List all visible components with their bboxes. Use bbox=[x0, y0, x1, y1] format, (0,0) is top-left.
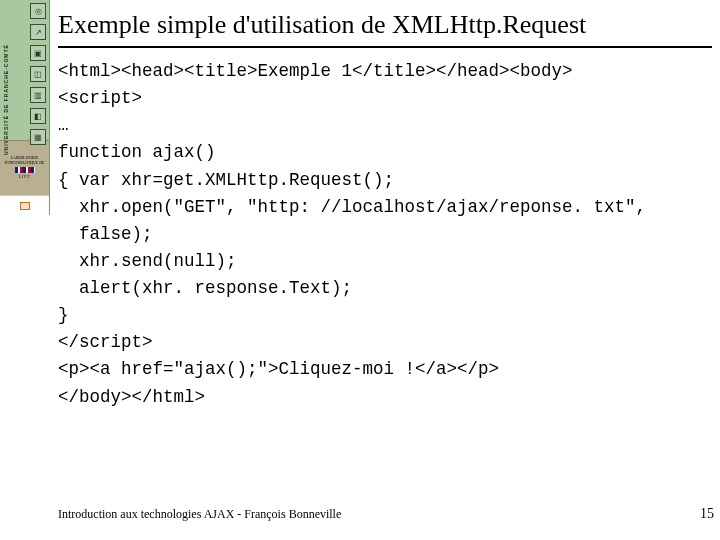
code-line: alert(xhr. response.Text); bbox=[58, 278, 352, 298]
flag-stripes-icon bbox=[15, 167, 35, 173]
sidebar-icon: ▦ bbox=[30, 129, 46, 145]
code-line: <html><head><title>Exemple 1</title></he… bbox=[58, 61, 573, 81]
sidebar-top: UNIVERSITÉ DE FRANCHE-COMTÉ ◎ ↗ ▣ ◫ ▥ ◧ … bbox=[0, 0, 49, 140]
lab-logo-text: LABORATOIRE D'INFORMATIQUE DE bbox=[2, 156, 47, 166]
sidebar-icon: ▣ bbox=[30, 45, 46, 61]
sidebar-icon-stack: ◎ ↗ ▣ ◫ ▥ ◧ ▦ bbox=[30, 3, 46, 145]
slide-title: Exemple simple d'utilisation de XMLHttp.… bbox=[58, 10, 712, 40]
code-block: <html><head><title>Exemple 1</title></he… bbox=[58, 58, 712, 411]
sidebar: UNIVERSITÉ DE FRANCHE-COMTÉ ◎ ↗ ▣ ◫ ▥ ◧ … bbox=[0, 0, 50, 215]
code-line: { var xhr=get.XMLHttp.Request(); bbox=[58, 170, 394, 190]
code-line: xhr.send(null); bbox=[58, 251, 237, 271]
sidebar-footer bbox=[0, 195, 49, 215]
code-line: xhr.open("GET", "http: //localhost/ajax/… bbox=[58, 197, 646, 217]
code-line: } bbox=[58, 305, 69, 325]
slide-content: Exemple simple d'utilisation de XMLHttp.… bbox=[58, 10, 712, 411]
code-line: … bbox=[58, 115, 69, 135]
code-line: <p><a href="ajax();">Cliquez-moi !</a></… bbox=[58, 359, 499, 379]
code-line: <script> bbox=[58, 88, 142, 108]
footer-text: Introduction aux technologies AJAX - Fra… bbox=[58, 507, 341, 522]
sidebar-icon: ◧ bbox=[30, 108, 46, 124]
title-underline bbox=[58, 46, 712, 48]
university-label: UNIVERSITÉ DE FRANCHE-COMTÉ bbox=[3, 5, 9, 155]
orange-mark-icon bbox=[20, 202, 30, 210]
code-line: </body></html> bbox=[58, 387, 205, 407]
code-line: false); bbox=[58, 224, 153, 244]
sidebar-icon: ▥ bbox=[30, 87, 46, 103]
sidebar-icon: ↗ bbox=[30, 24, 46, 40]
code-line: </script> bbox=[58, 332, 153, 352]
code-line: function ajax() bbox=[58, 142, 216, 162]
sidebar-icon: ◫ bbox=[30, 66, 46, 82]
sidebar-icon: ◎ bbox=[30, 3, 46, 19]
lab-logo-abbrev: L I F C bbox=[2, 175, 47, 180]
page-number: 15 bbox=[700, 506, 714, 522]
